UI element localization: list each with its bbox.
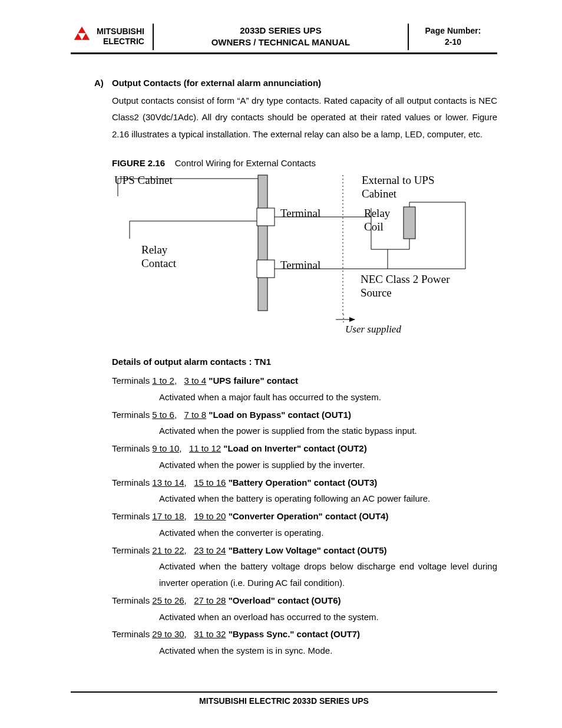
svg-rect-3: [258, 175, 267, 311]
terminal-row: Terminals 13 to 14, 15 to 16 "Battery Op…: [112, 475, 497, 491]
title-cell: 2033D SERIES UPS OWNERS / TECHNICAL MANU…: [154, 24, 409, 50]
terminal-prefix: Terminals: [112, 410, 152, 420]
terminal-name: "UPS failure" contact: [209, 375, 298, 386]
terminal-name: "Converter Operation" contact (OUT4): [229, 511, 389, 521]
terminal-range-2: 15 to 16: [194, 477, 226, 487]
terminal-range-2: 3 to 4: [184, 375, 207, 386]
brand-text: MITSUBISHI ELECTRIC: [97, 27, 144, 47]
page-label: Page Number:: [409, 25, 497, 37]
page-number-cell: Page Number: 2-10: [409, 24, 497, 50]
terminal-name: "Battery Operation" contact (OUT3): [229, 477, 378, 487]
terminal-range-2: 11 to 12: [189, 443, 221, 453]
section-body: Output contacts consist of form “A” dry …: [112, 93, 497, 143]
terminal-range-2: 31 to 32: [194, 629, 226, 639]
terminal-row: Terminals 21 to 22, 23 to 24 "Battery Lo…: [112, 542, 497, 559]
terminal-range-1: 25 to 26: [152, 595, 184, 605]
section-heading: A) Output Contacts (for external alarm a…: [94, 78, 497, 88]
terminal-range-2: 7 to 8: [184, 410, 207, 420]
svg-marker-0: [78, 27, 85, 33]
label-user-supplied: User supplied: [345, 324, 401, 335]
terminal-prefix: Terminals: [112, 375, 152, 386]
terminal-prefix: Terminals: [112, 595, 152, 605]
terminal-range-1: 17 to 18: [152, 511, 184, 521]
title-line1: 2033D SERIES UPS: [158, 25, 403, 37]
terminal-range-1: 21 to 22: [152, 545, 184, 555]
page: MITSUBISHI ELECTRIC 2033D SERIES UPS OWN…: [0, 0, 562, 728]
svg-marker-1: [74, 34, 82, 40]
terminal-row: Terminals 5 to 6, 7 to 8 "Load on Bypass…: [112, 407, 497, 423]
mitsubishi-logo-icon: [71, 27, 93, 47]
terminal-range-1: 29 to 30: [152, 629, 184, 639]
section-marker: A): [94, 78, 112, 88]
terminal-desc: Activated when the power is supplied fro…: [159, 423, 497, 439]
terminal-range-1: 5 to 6: [152, 410, 174, 420]
brand-line1: MITSUBISHI: [97, 27, 144, 37]
svg-rect-9: [257, 208, 275, 226]
label-relay-contact: Relay Contact: [141, 243, 194, 271]
label-nec: NEC Class 2 Power Source: [361, 273, 467, 300]
page-footer: MITSUBISHI ELECTRIC 2033D SERIES UPS: [71, 691, 497, 706]
terminal-range-2: 19 to 20: [194, 511, 226, 521]
section-title: Output Contacts (for external alarm annu…: [112, 78, 321, 88]
terminal-desc: Activated when the battery voltage drops…: [159, 558, 497, 591]
terminal-prefix: Terminals: [112, 545, 152, 555]
terminal-row: Terminals 9 to 10, 11 to 12 "Load on Inv…: [112, 440, 497, 457]
page-number: 2-10: [409, 37, 497, 48]
title-line2: OWNERS / TECHNICAL MANUAL: [158, 37, 403, 48]
terminals-list: Terminals 1 to 2, 3 to 4 "UPS failure" c…: [71, 373, 497, 659]
terminal-prefix: Terminals: [112, 443, 152, 453]
terminal-row: Terminals 17 to 18, 19 to 20 "Converter …: [112, 508, 497, 525]
terminal-name: "Load on Bypass" contact (OUT1): [209, 410, 351, 420]
terminal-desc: Activated when the system is in sync. Mo…: [159, 643, 497, 659]
label-ups-cabinet: UPS Cabinet: [114, 174, 173, 187]
terminal-name: "Overload" contact (OUT6): [229, 595, 341, 605]
terminal-desc: Activated when an overload has occurred …: [159, 609, 497, 625]
svg-rect-14: [404, 207, 415, 239]
terminal-prefix: Terminals: [112, 477, 152, 487]
terminal-desc: Activated when the converter is operatin…: [159, 525, 497, 541]
figure-diagram: UPS Cabinet External to UPS Cabinet Term…: [112, 173, 477, 344]
label-terminal-2: Terminal: [280, 259, 320, 272]
terminal-range-1: 1 to 2: [152, 375, 174, 386]
brand-cell: MITSUBISHI ELECTRIC: [71, 24, 154, 50]
terminal-name: "Load on Inverter" contact (OUT2): [223, 443, 366, 453]
figure-title: FIGURE 2.16 Control Wiring for External …: [112, 158, 497, 168]
page-header: MITSUBISHI ELECTRIC 2033D SERIES UPS OWN…: [71, 24, 497, 54]
terminal-row: Terminals 29 to 30, 31 to 32 "Bypass Syn…: [112, 626, 497, 643]
terminal-desc: Activated when a major fault has occurre…: [159, 389, 497, 406]
terminal-range-2: 23 to 24: [194, 545, 226, 555]
terminal-desc: Activated when the battery is operating …: [159, 490, 497, 507]
details-heading: Details of output alarm contacts : TN1: [112, 357, 497, 367]
label-terminal-1: Terminal: [280, 207, 320, 220]
terminal-range-1: 13 to 14: [152, 477, 184, 487]
terminal-prefix: Terminals: [112, 511, 152, 521]
terminal-range-2: 27 to 28: [194, 595, 226, 605]
label-relay-coil: Relay Coil: [364, 207, 399, 234]
svg-rect-10: [257, 260, 275, 278]
label-external: External to UPS Cabinet: [362, 174, 468, 201]
brand-line2: ELECTRIC: [97, 37, 144, 47]
terminal-desc: Activated when the power is supplied by …: [159, 457, 497, 473]
terminal-name: "Bypass Sync." contact (OUT7): [229, 629, 360, 639]
terminal-range-1: 9 to 10: [152, 443, 179, 453]
terminal-prefix: Terminals: [112, 629, 152, 639]
svg-marker-2: [82, 34, 90, 40]
terminal-row: Terminals 25 to 26, 27 to 28 "Overload" …: [112, 592, 497, 609]
figure-caption: Control Wiring for External Contacts: [175, 158, 316, 168]
terminal-row: Terminals 1 to 2, 3 to 4 "UPS failure" c…: [112, 373, 497, 389]
figure-label: FIGURE 2.16: [112, 158, 165, 168]
terminal-name: "Battery Low Voltage" contact (OUT5): [229, 545, 387, 555]
